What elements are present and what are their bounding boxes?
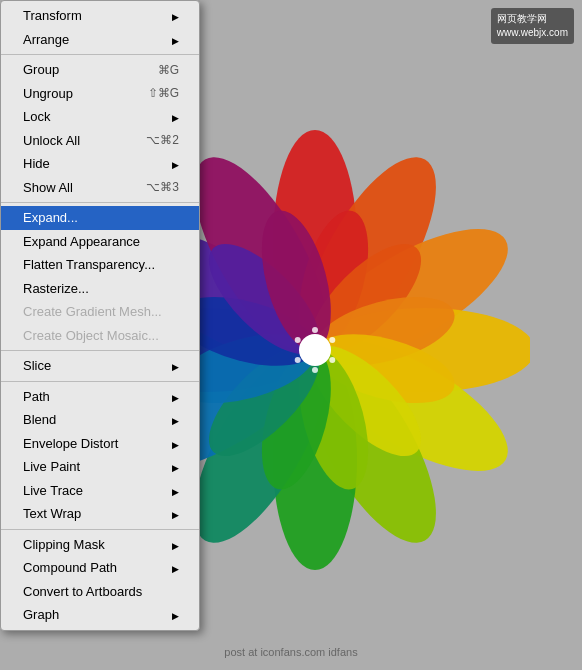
menu-item-label: Rasterize... — [23, 279, 89, 299]
menu-item-graph[interactable]: Graph — [1, 603, 199, 627]
submenu-arrow — [172, 6, 179, 26]
svg-point-25 — [312, 327, 318, 333]
menu-separator — [1, 54, 199, 55]
menu-item-create-gradient-mesh: Create Gradient Mesh... — [1, 300, 199, 324]
menu-separator — [1, 350, 199, 351]
menu-item-label: Transform — [23, 6, 82, 26]
menu-item-label: Live Paint — [23, 457, 80, 477]
menu-item-expand[interactable]: Expand... — [1, 206, 199, 230]
menu-item-label: Compound Path — [23, 558, 117, 578]
menu-item-label: Path — [23, 387, 50, 407]
submenu-arrow — [172, 457, 179, 477]
menu-item-label: Convert to Artboards — [23, 582, 142, 602]
menu-item-envelope-distort[interactable]: Envelope Distort — [1, 432, 199, 456]
submenu-arrow — [172, 107, 179, 127]
menu-item-label: Clipping Mask — [23, 535, 105, 555]
menu-item-live-trace[interactable]: Live Trace — [1, 479, 199, 503]
submenu-arrow — [172, 504, 179, 524]
submenu-arrow — [172, 481, 179, 501]
menu-item-group[interactable]: Group ⌘G — [1, 58, 199, 82]
menu-item-slice[interactable]: Slice — [1, 354, 199, 378]
menu-item-unlock-all[interactable]: Unlock All ⌥⌘2 — [1, 129, 199, 153]
menu-item-arrange[interactable]: Arrange — [1, 28, 199, 52]
menu-separator — [1, 529, 199, 530]
menu-separator — [1, 202, 199, 203]
menu-item-label: Hide — [23, 154, 50, 174]
menu-item-expand-appearance[interactable]: Expand Appearance — [1, 230, 199, 254]
menu-item-label: Envelope Distort — [23, 434, 118, 454]
submenu-arrow — [172, 605, 179, 625]
svg-point-30 — [295, 337, 301, 343]
submenu-arrow — [172, 558, 179, 578]
badge-line2: www.webjx.com — [497, 26, 568, 40]
menu-item-ungroup[interactable]: Ungroup ⇧⌘G — [1, 82, 199, 106]
menu-separator — [1, 381, 199, 382]
submenu-arrow — [172, 410, 179, 430]
svg-point-28 — [312, 367, 318, 373]
menu-item-live-paint[interactable]: Live Paint — [1, 455, 199, 479]
submenu-arrow — [172, 154, 179, 174]
menu-item-label: Slice — [23, 356, 51, 376]
menu-item-path[interactable]: Path — [1, 385, 199, 409]
menu-item-flatten-transparency[interactable]: Flatten Transparency... — [1, 253, 199, 277]
menu-item-label: Unlock All — [23, 131, 80, 151]
menu-item-label: Expand Appearance — [23, 232, 140, 252]
context-menu: Transform Arrange Group ⌘G Ungroup ⇧⌘G L… — [0, 0, 200, 631]
menu-item-text-wrap[interactable]: Text Wrap — [1, 502, 199, 526]
menu-shortcut: ⌥⌘2 — [146, 131, 179, 149]
menu-item-transform[interactable]: Transform — [1, 4, 199, 28]
menu-shortcut: ⌥⌘3 — [146, 178, 179, 196]
menu-shortcut: ⇧⌘G — [148, 84, 179, 102]
menu-item-lock[interactable]: Lock — [1, 105, 199, 129]
submenu-arrow — [172, 434, 179, 454]
menu-item-label: Lock — [23, 107, 50, 127]
menu-item-create-object-mosaic: Create Object Mosaic... — [1, 324, 199, 348]
menu-item-label: Live Trace — [23, 481, 83, 501]
svg-point-27 — [329, 357, 335, 363]
menu-item-rasterize[interactable]: Rasterize... — [1, 277, 199, 301]
submenu-arrow — [172, 535, 179, 555]
svg-point-26 — [329, 337, 335, 343]
menu-item-label: Expand... — [23, 208, 78, 228]
menu-item-label: Blend — [23, 410, 56, 430]
bottom-watermark: post at iconfans.com idfans — [224, 646, 357, 658]
menu-shortcut: ⌘G — [158, 61, 179, 79]
menu-item-label: Create Gradient Mesh... — [23, 302, 162, 322]
menu-item-blend[interactable]: Blend — [1, 408, 199, 432]
submenu-arrow — [172, 356, 179, 376]
menu-item-clipping-mask[interactable]: Clipping Mask — [1, 533, 199, 557]
menu-item-label: Graph — [23, 605, 59, 625]
menu-item-convert-to-artboards[interactable]: Convert to Artboards — [1, 580, 199, 604]
menu-item-show-all[interactable]: Show All ⌥⌘3 — [1, 176, 199, 200]
menu-item-label: Show All — [23, 178, 73, 198]
menu-item-hide[interactable]: Hide — [1, 152, 199, 176]
menu-item-label: Create Object Mosaic... — [23, 326, 159, 346]
badge-line1: 网页教学网 — [497, 12, 568, 26]
svg-point-29 — [295, 357, 301, 363]
menu-item-label: Text Wrap — [23, 504, 81, 524]
menu-item-label: Arrange — [23, 30, 69, 50]
submenu-arrow — [172, 30, 179, 50]
menu-item-label: Flatten Transparency... — [23, 255, 155, 275]
svg-point-24 — [299, 334, 331, 366]
menu-item-label: Ungroup — [23, 84, 73, 104]
watermark-badge: 网页教学网 www.webjx.com — [491, 8, 574, 44]
menu-item-compound-path[interactable]: Compound Path — [1, 556, 199, 580]
menu-item-label: Group — [23, 60, 59, 80]
submenu-arrow — [172, 387, 179, 407]
